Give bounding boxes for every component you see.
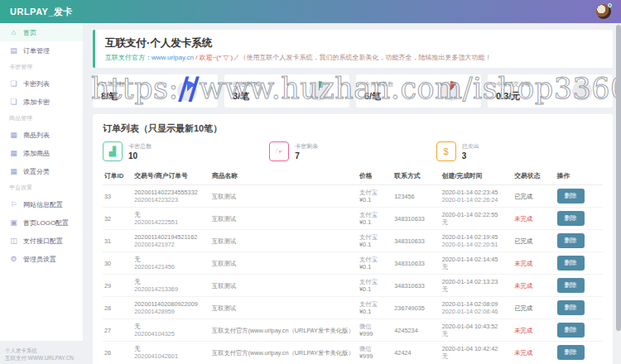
- merchant-order-no: 2020014223223: [134, 196, 209, 204]
- status-cell: 未完成: [513, 252, 555, 275]
- user-avatar[interactable]: [596, 4, 611, 19]
- trade-no-cell: 20200114022345553322020014223223: [132, 185, 210, 208]
- delete-button[interactable]: 删除: [557, 211, 585, 226]
- sidebar-item-admin-settings[interactable]: ⚙管理员设置: [0, 250, 83, 268]
- add-card-icon: ❏: [9, 98, 18, 106]
- status-cell: 未完成: [513, 208, 555, 230]
- table-body: 3320200114022345553322020014223223互联测试支付…: [103, 185, 603, 364]
- product-name-cell: 互联测试: [210, 230, 358, 252]
- delete-button[interactable]: 删除: [557, 256, 585, 271]
- sidebar: ⌂首页▤订单管理卡密管理❏卡密列表❏添加卡密商品管理▦商品列表▦添加商品▦设置分…: [0, 23, 83, 341]
- sidebar-item-site-info[interactable]: ⚐网站信息配置: [0, 195, 83, 213]
- top-bar: URLPAY_发卡: [0, 0, 621, 23]
- pay-type: 微信: [359, 323, 391, 330]
- merchant-order-no: 202001421456: [134, 263, 209, 271]
- sidebar-item-order-manage[interactable]: ▤订单管理: [0, 41, 83, 60]
- contact-cell: 236749035: [392, 297, 440, 319]
- column-header: 操作: [556, 167, 603, 185]
- trade-no: 无: [134, 345, 209, 352]
- price-cell: 支付宝¥0.1: [358, 252, 392, 275]
- kpi-item: $已卖出3: [436, 141, 603, 161]
- table-row: 27无202004104325互联支付官方(www.urlpay.cn（URLP…: [103, 319, 603, 342]
- action-cell: 删除: [556, 275, 603, 297]
- delete-button[interactable]: 删除: [557, 189, 585, 204]
- trade-no-cell: 2020011402194521162202001421972: [132, 230, 210, 252]
- trade-no: 无: [134, 323, 209, 330]
- table-row: 29无2020014213369互联测试支付宝¥0.13483106332020…: [103, 275, 603, 297]
- app-window: URLPAY_发卡 ⌂首页▤订单管理卡密管理❏卡密列表❏添加卡密商品管理▦商品列…: [0, 0, 621, 364]
- stat-card: 今日成交金额0.3/元: [488, 74, 613, 108]
- action-cell: 删除: [556, 185, 603, 208]
- status-badge: 未完成: [514, 215, 532, 223]
- sidebar-item-add-card[interactable]: ❏添加卡密: [0, 93, 83, 111]
- kpi-label: 已卖出: [462, 142, 479, 151]
- app-logo: URLPAY_发卡: [10, 6, 73, 18]
- delete-button[interactable]: 删除: [557, 323, 585, 338]
- sidebar-item-payment-config[interactable]: ◫支付接口配置: [0, 232, 83, 250]
- status-badge: 已完成: [514, 237, 532, 245]
- product-name-cell: 互联支付官方(www.urlpay.cn（URLPAY发卡美化版）: [210, 342, 358, 364]
- order-list-title: 订单列表（只显示最新10笔）: [103, 122, 603, 135]
- delete-button[interactable]: 删除: [557, 300, 585, 315]
- sidebar-section-label: 平台设置: [0, 180, 83, 195]
- sidebar-item-label: 添加商品: [23, 149, 50, 158]
- column-header: 交易号/商户订单号: [132, 167, 210, 185]
- price-value: ¥0.1: [359, 263, 391, 271]
- column-header: 价格: [358, 167, 392, 185]
- table-row: 3320200114022345553322020014223223互联测试支付…: [103, 185, 603, 208]
- price-cell: 支付宝¥0.1: [358, 208, 392, 230]
- orders-table: 订单ID交易号/商户订单号商品名称价格联系方式创建/完成时间交易状态操作 332…: [103, 167, 603, 363]
- greeting-text: / 欢迎~(*´▽`)ノ（: [194, 54, 246, 61]
- product-name-cell: 互联测试: [210, 208, 358, 230]
- official-label: 互联支付官方：: [105, 54, 152, 61]
- card-list-icon: ❏: [9, 79, 18, 88]
- status-cell: 已完成: [513, 185, 555, 208]
- footer-system-name: 个人发卡系统: [5, 347, 74, 354]
- scrollbar-thumb[interactable]: [616, 25, 621, 331]
- trade-no: 2020011402080922009: [134, 300, 209, 308]
- description-text: 使用互联个人发卡系统，我们的系统全新美化，功能齐全，陆续推出更多强大功能！: [246, 54, 491, 61]
- sidebar-item-logo-config[interactable]: ▣首页LOGO配置: [0, 213, 83, 232]
- sidebar-item-home[interactable]: ⌂首页: [0, 23, 83, 41]
- delete-button[interactable]: 删除: [557, 278, 585, 293]
- sidebar-item-label: 订单管理: [23, 46, 50, 55]
- table-row: 282020011402080922009202001428959互联测试支付宝…: [103, 297, 603, 319]
- sidebar-item-label: 首页LOGO配置: [23, 218, 69, 228]
- contact-cell: 42424: [392, 342, 440, 364]
- price-value: ¥0.1: [359, 308, 391, 315]
- official-link[interactable]: www.urlpay.cn: [152, 54, 194, 61]
- product-name-cell: 互联测试: [210, 297, 358, 319]
- kpi-value: 10: [128, 151, 152, 160]
- merchant-order-no: 2020041042601: [134, 352, 209, 360]
- mini-pie-chart: [440, 81, 460, 101]
- order-id-cell: 27: [103, 319, 132, 342]
- kpi-text: 卡密总数10: [128, 142, 152, 160]
- sidebar-item-label: 管理员设置: [23, 255, 56, 264]
- mini-pie-chart: [309, 81, 329, 101]
- main-content: 互联支付·个人发卡系统 互联支付官方：www.urlpay.cn / 欢迎~(*…: [93, 30, 613, 364]
- delete-button[interactable]: 删除: [557, 233, 585, 248]
- status-cell: 已完成: [513, 230, 555, 252]
- time-cell: 2020-01-14 02:13:23无: [440, 275, 513, 297]
- column-header: 联系方式: [392, 167, 440, 185]
- price-cell: 支付宝¥0.1: [358, 275, 392, 297]
- contact-cell: 348310633: [392, 230, 440, 252]
- sidebar-item-label: 商品列表: [23, 131, 50, 140]
- mini-stats-row: ▟卡密总数10☞卡密剩余7$已卖出3: [103, 141, 603, 161]
- sidebar-item-card-list[interactable]: ❏卡密列表: [0, 74, 83, 93]
- stat-card: 今日订单数6/笔: [356, 74, 481, 108]
- sidebar-item-product-list[interactable]: ▦商品列表: [0, 126, 83, 144]
- column-header: 交易状态: [513, 167, 555, 185]
- delete-button[interactable]: 删除: [557, 345, 585, 360]
- order-id-cell: 28: [103, 297, 132, 319]
- time-cell: 2020-01-14 02:14:45无: [440, 252, 513, 275]
- merchant-order-no: 202001428959: [134, 308, 209, 315]
- kpi-label: 卡密剩余: [295, 142, 318, 151]
- scrollbar-track[interactable]: [616, 23, 621, 364]
- sidebar-item-set-category[interactable]: ▦设置分类: [0, 162, 83, 180]
- stat-card: 已完成订单3/笔: [224, 74, 349, 108]
- completed-time: 无: [442, 263, 512, 271]
- price-cell: 支付宝¥0.1: [358, 230, 392, 252]
- pay-type: 支付宝: [359, 300, 391, 308]
- sidebar-item-add-product[interactable]: ▦添加商品: [0, 144, 83, 162]
